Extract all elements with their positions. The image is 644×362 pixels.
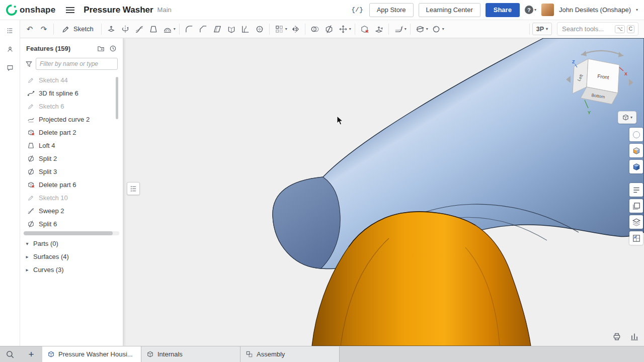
- insert-folder-button[interactable]: [95, 42, 107, 54]
- duplicate-view-button[interactable]: [629, 199, 643, 213]
- user-menu-label[interactable]: John Desilets (Onshape): [559, 6, 631, 14]
- main-menu-icon[interactable]: [63, 4, 76, 17]
- app-store-button[interactable]: App Store: [369, 3, 414, 17]
- featurescript-icon[interactable]: {/}: [351, 6, 363, 14]
- feature-item[interactable]: Sweep 2: [20, 204, 123, 217]
- fillet-button[interactable]: [182, 22, 196, 36]
- boolean-button[interactable]: [308, 22, 322, 36]
- mouse-cursor: [337, 116, 344, 126]
- tab-pressure-washer-housing[interactable]: Pressure Washer Housi...: [42, 346, 141, 362]
- section-caret-icon[interactable]: ▾: [426, 27, 428, 31]
- view-options-cube-icon: [622, 114, 629, 121]
- feature-filter-input[interactable]: [36, 58, 118, 70]
- section-parts[interactable]: ▾ Parts (0): [20, 237, 123, 250]
- horizontal-scrollbar[interactable]: [24, 231, 119, 235]
- feature-item[interactable]: Split 3: [20, 165, 123, 178]
- transform-button[interactable]: [336, 22, 350, 36]
- revolve-button[interactable]: [118, 22, 132, 36]
- viewport-corner-tools: [612, 332, 639, 341]
- thicken-caret-icon[interactable]: ▾: [174, 27, 176, 31]
- transform-caret-icon[interactable]: ▾: [349, 27, 351, 31]
- workspace-name[interactable]: Main: [157, 6, 172, 14]
- 3d-viewport[interactable]: Front Left Bottom Z X Y ▾: [123, 38, 644, 346]
- grid-check-button[interactable]: [629, 231, 643, 245]
- sheet-metal-button[interactable]: [391, 22, 406, 36]
- feature-item[interactable]: Split 2: [20, 152, 123, 165]
- new-tab-button[interactable]: +: [20, 346, 42, 362]
- draft-button[interactable]: [210, 22, 224, 36]
- undo-button[interactable]: ↶: [23, 22, 37, 36]
- rotate-right-arrow-icon[interactable]: [618, 52, 623, 57]
- feature-tree-toggle-button[interactable]: [127, 182, 140, 195]
- rib-button[interactable]: [238, 22, 253, 36]
- feature-item[interactable]: Sketch 6: [20, 100, 123, 113]
- section-curves[interactable]: ▸ Curves (3): [20, 263, 123, 276]
- onshape-logo[interactable]: onshape: [6, 5, 55, 16]
- extrude-button[interactable]: [104, 22, 118, 36]
- feature-item[interactable]: Projected curve 2: [20, 113, 123, 126]
- feature-item[interactable]: Sketch 10: [20, 191, 123, 204]
- filter-icon[interactable]: [25, 60, 33, 68]
- help-menu[interactable]: ? ▾: [525, 6, 536, 14]
- part-studio-icon: [146, 350, 154, 358]
- pattern-caret-icon[interactable]: ▾: [285, 27, 287, 31]
- split-button[interactable]: [322, 22, 336, 36]
- rotate-arc-icon[interactable]: [581, 51, 623, 56]
- model-tree-button[interactable]: [4, 24, 17, 37]
- share-button[interactable]: Share: [486, 3, 520, 17]
- scale-columns-icon[interactable]: [630, 332, 639, 341]
- list-options-button[interactable]: [629, 183, 643, 197]
- feature-label: 3D fit spline 6: [39, 89, 78, 97]
- user-caret-icon[interactable]: ▾: [636, 8, 638, 12]
- delete-face-button[interactable]: [358, 22, 372, 36]
- view-cube[interactable]: Front Left Bottom Z X Y: [562, 42, 637, 118]
- tab-internals[interactable]: Internals: [141, 346, 240, 362]
- follow-mode-button[interactable]: [4, 43, 17, 56]
- section-view-button[interactable]: [413, 22, 427, 36]
- appearance-button[interactable]: [429, 22, 443, 36]
- rotate-left-arrow-icon[interactable]: [581, 51, 587, 56]
- section-surfaces[interactable]: ▸ Surfaces (4): [20, 250, 123, 263]
- rotate-east-arrow-icon[interactable]: [629, 79, 633, 86]
- printer-icon[interactable]: [612, 332, 621, 341]
- history-button[interactable]: [107, 42, 119, 54]
- perspective-toggle-button[interactable]: 3P ▾: [532, 23, 552, 35]
- part-housing-endcap[interactable]: [273, 177, 340, 268]
- appearance-sphere-button[interactable]: [629, 128, 643, 141]
- loft-button[interactable]: [146, 22, 160, 36]
- search-tools-input[interactable]: [561, 25, 613, 33]
- feature-item[interactable]: Split 6: [20, 217, 123, 230]
- isolate-cube-button[interactable]: [629, 160, 643, 173]
- chamfer-button[interactable]: [196, 22, 210, 36]
- vertical-scrollbar[interactable]: [116, 77, 118, 119]
- feature-item[interactable]: Delete part 2: [20, 126, 123, 139]
- comments-button[interactable]: [4, 61, 17, 74]
- shaded-cube-button[interactable]: [629, 144, 643, 157]
- move-face-button[interactable]: [372, 22, 386, 36]
- linear-pattern-button[interactable]: [272, 22, 286, 36]
- loft-icon: [149, 25, 158, 34]
- rotate-west-arrow-icon[interactable]: [566, 76, 571, 83]
- redo-button[interactable]: ↷: [37, 22, 51, 36]
- feature-item[interactable]: 3D fit spline 6: [20, 86, 123, 100]
- learning-center-button[interactable]: Learning Center: [419, 3, 480, 17]
- document-search-button[interactable]: [0, 346, 20, 362]
- feature-item[interactable]: Loft 4: [20, 139, 123, 152]
- mirror-button[interactable]: [288, 22, 302, 36]
- feature-item[interactable]: Sketch 44: [20, 73, 123, 86]
- feature-item[interactable]: Delete part 6: [20, 178, 123, 191]
- shell-button[interactable]: [224, 22, 238, 36]
- view-options-button[interactable]: ▾: [618, 111, 636, 124]
- sketch-button[interactable]: Sketch: [56, 22, 99, 36]
- hole-button[interactable]: [253, 22, 267, 36]
- sweep-button[interactable]: [132, 22, 146, 36]
- search-tools[interactable]: ⌥ C: [557, 22, 638, 36]
- tab-assembly[interactable]: Assembly: [240, 346, 340, 362]
- horizontal-scrollbar-thumb[interactable]: [24, 231, 113, 235]
- appearance-caret-icon[interactable]: ▾: [442, 27, 444, 31]
- layers-button[interactable]: [629, 215, 643, 229]
- sheet-metal-caret-icon[interactable]: ▾: [405, 27, 407, 31]
- avatar[interactable]: [541, 4, 554, 16]
- thicken-button[interactable]: [160, 22, 175, 36]
- section-label: Curves (3): [33, 266, 64, 274]
